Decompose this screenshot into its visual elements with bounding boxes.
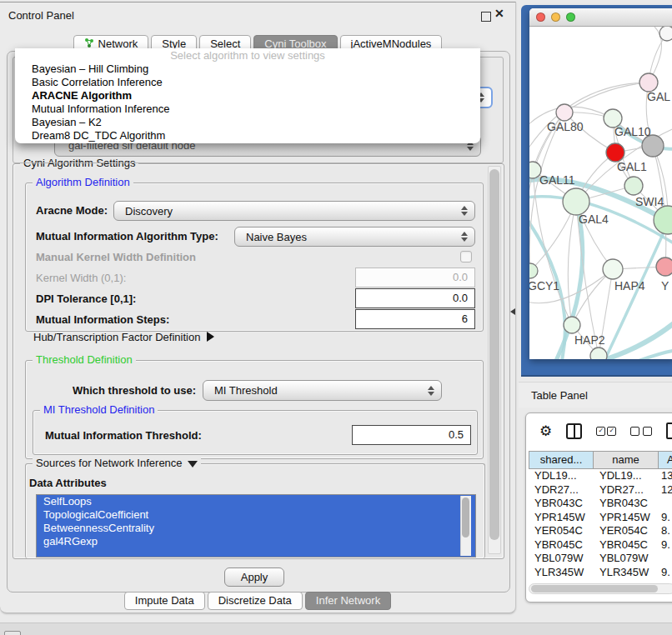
- table-cell[interactable]: YLR345W: [529, 566, 594, 580]
- dropdown-item[interactable]: Bayesian – Hill Climbing: [15, 62, 480, 76]
- table-hscrollbar[interactable]: [529, 583, 672, 594]
- network-node[interactable]: [656, 258, 672, 276]
- hub-definition-expander[interactable]: Hub/Transcription Factor Definition: [33, 331, 214, 343]
- scrollbar-thumb[interactable]: [489, 169, 499, 540]
- table-row[interactable]: YBR045CYBR045C9.: [529, 538, 672, 552]
- scrollbar-thumb[interactable]: [531, 585, 658, 592]
- network-window[interactable]: GALGAL80GAL10GAL1GAL11SWI4GAL4GCY1HAP4YH…: [529, 8, 672, 359]
- network-node[interactable]: [659, 27, 672, 41]
- table-cell[interactable]: YDR27...: [529, 483, 594, 498]
- settings-scrollbar[interactable]: [488, 166, 501, 554]
- table-row[interactable]: YER054CYER054C8.: [529, 524, 672, 538]
- data-attributes-list[interactable]: SelfLoops TopologicalCoefficient Between…: [36, 494, 476, 558]
- columns-icon[interactable]: [566, 423, 582, 439]
- dropdown-item-selected[interactable]: ARACNE Algorithm: [15, 89, 480, 102]
- table-cell[interactable]: YDL19...: [594, 469, 659, 483]
- column-header-a[interactable]: A: [659, 451, 672, 469]
- network-node[interactable]: [624, 177, 643, 195]
- table-cell[interactable]: YBL079W: [529, 552, 594, 566]
- mac-zoom-icon[interactable]: [566, 12, 575, 22]
- mi-algorithm-type-combo[interactable]: Naive Bayes: [234, 227, 475, 247]
- network-window-titlebar[interactable]: [529, 8, 672, 27]
- manual-kernel-checkbox[interactable]: [460, 251, 472, 262]
- table-cell[interactable]: 13: [659, 469, 672, 483]
- table-cell[interactable]: 8.: [659, 524, 672, 538]
- table-row[interactable]: YPR145WYPR145W9.: [529, 511, 672, 525]
- dropdown-item[interactable]: Bayesian – K2: [15, 116, 480, 129]
- kernel-width-field[interactable]: 0.0: [355, 268, 475, 288]
- column-header-shared[interactable]: shared...: [529, 451, 594, 469]
- network-node[interactable]: [603, 259, 623, 279]
- table-cell[interactable]: YER054C: [529, 524, 594, 538]
- gear-icon[interactable]: ⚙: [539, 424, 552, 438]
- aracne-mode-combo[interactable]: Discovery: [113, 201, 475, 221]
- network-node[interactable]: [606, 143, 624, 162]
- network-node[interactable]: [529, 263, 538, 278]
- apply-button[interactable]: Apply: [224, 568, 284, 587]
- table-cell[interactable]: [659, 552, 672, 566]
- tab-infer-network[interactable]: Infer Network: [305, 592, 391, 610]
- table-row[interactable]: YDR27...YDR27...12: [529, 483, 672, 498]
- list-item[interactable]: BetweennessCentrality: [37, 522, 475, 535]
- dropdown-item[interactable]: Dream8 DC_TDC Algorithm: [15, 129, 480, 142]
- table-cell[interactable]: [659, 497, 672, 511]
- tab-impute-data[interactable]: Impute Data: [124, 592, 205, 610]
- table-row[interactable]: YIL053CYIL053C9.: [529, 579, 672, 580]
- table-cell[interactable]: 9.: [659, 579, 672, 580]
- minimized-panel-icon[interactable]: [4, 631, 21, 635]
- table-row[interactable]: YBR043CYBR043C: [529, 497, 672, 511]
- network-node[interactable]: [590, 348, 607, 359]
- table-row[interactable]: YDL19...YDL19...13: [529, 469, 672, 483]
- table-cell[interactable]: YER054C: [594, 524, 659, 538]
- threshold-definition-group: Threshold Definition Which threshold to …: [25, 360, 484, 459]
- network-node[interactable]: [563, 188, 589, 215]
- list-item[interactable]: TopologicalCoefficient: [37, 508, 475, 522]
- table-cell[interactable]: YIL053C: [529, 579, 594, 580]
- table-cell[interactable]: 9.: [659, 566, 672, 580]
- dropdown-item[interactable]: Basic Correlation Inference: [15, 76, 480, 89]
- table-cell[interactable]: 9.: [659, 511, 672, 525]
- mac-close-icon[interactable]: [536, 12, 545, 22]
- cytopanel-bottom-tabs: Impute Data Discretize Data Infer Networ…: [0, 592, 515, 610]
- table-cell[interactable]: YBL079W: [594, 552, 659, 566]
- dpi-tolerance-field[interactable]: 0.0: [355, 288, 475, 308]
- which-threshold-combo[interactable]: MI Threshold: [203, 380, 442, 401]
- expand-arrow-icon: [207, 332, 214, 342]
- table-cell[interactable]: YPR145W: [529, 511, 594, 525]
- network-node[interactable]: [654, 206, 672, 234]
- column-header-name[interactable]: name: [594, 451, 659, 469]
- network-node[interactable]: [639, 73, 658, 92]
- tab-discretize-data[interactable]: Discretize Data: [208, 592, 303, 610]
- table-cell[interactable]: YBR043C: [594, 497, 659, 511]
- network-node[interactable]: [556, 104, 573, 121]
- scrollbar-thumb[interactable]: [462, 498, 469, 538]
- table-cell[interactable]: YPR145W: [594, 511, 659, 525]
- mutual-information-threshold-field[interactable]: 0.5: [352, 425, 471, 445]
- list-item[interactable]: gal4RGexp: [37, 535, 475, 548]
- network-canvas[interactable]: GALGAL80GAL10GAL1GAL11SWI4GAL4GCY1HAP4YH…: [529, 27, 672, 359]
- mac-minimize-icon[interactable]: [551, 12, 560, 22]
- close-icon[interactable]: ✕: [494, 7, 504, 20]
- list-scrollbar[interactable]: [460, 496, 471, 556]
- table-cell[interactable]: YDR27...: [594, 483, 659, 498]
- dropdown-item[interactable]: Mutual Information Inference: [15, 102, 480, 116]
- list-item[interactable]: SelfLoops: [37, 495, 475, 508]
- network-edge-thick: [629, 350, 672, 359]
- table-cell[interactable]: YBR043C: [529, 497, 594, 511]
- export-table-icon[interactable]: [666, 422, 672, 439]
- network-node[interactable]: [564, 317, 580, 333]
- select-all-checkboxes-icon[interactable]: ✓✓: [596, 427, 616, 436]
- table-cell[interactable]: YBR045C: [594, 538, 659, 552]
- deselect-all-checkboxes-icon[interactable]: [630, 427, 652, 436]
- mi-steps-field[interactable]: 6: [355, 309, 475, 329]
- table-cell[interactable]: YBR045C: [529, 538, 594, 552]
- table-row[interactable]: YBL079WYBL079W: [529, 552, 672, 566]
- table-cell[interactable]: 12: [659, 483, 672, 498]
- table-cell[interactable]: YIL053C: [594, 579, 659, 580]
- table-cell[interactable]: 9.: [659, 538, 672, 552]
- table-cell[interactable]: YLR345W: [594, 566, 659, 580]
- float-window-icon[interactable]: [481, 12, 491, 22]
- table-row[interactable]: YLR345WYLR345W9.: [529, 566, 672, 580]
- sources-legend[interactable]: Sources for Network Inference: [33, 457, 201, 469]
- table-cell[interactable]: YDL19...: [529, 469, 594, 483]
